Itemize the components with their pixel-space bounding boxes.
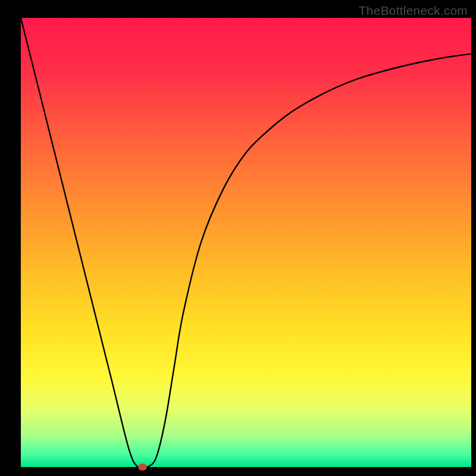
watermark-text: TheBottleneck.com (359, 4, 468, 18)
chart-container: TheBottleneck.com (0, 0, 476, 476)
bottleneck-chart (0, 0, 476, 476)
plot-background (21, 18, 471, 467)
optimal-point-marker (138, 464, 147, 471)
